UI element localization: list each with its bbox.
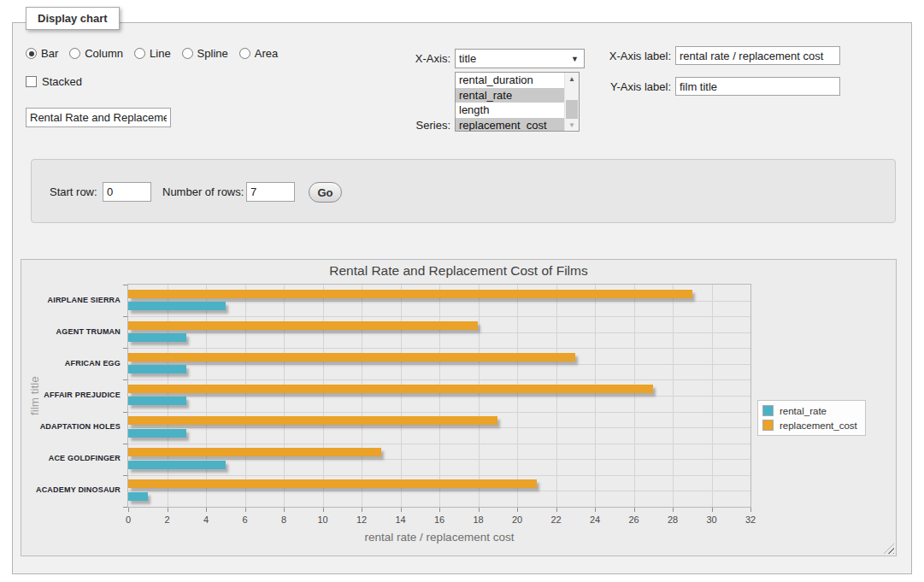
y-tick-mark	[123, 412, 127, 413]
x-tick-label: 4	[203, 514, 209, 525]
legend-row: replacement_cost	[762, 420, 857, 431]
legend-label: replacement_cost	[780, 420, 857, 431]
y-tick-mark	[123, 444, 127, 444]
x-tick-mark	[712, 508, 713, 512]
x-tick-label: 32	[745, 514, 756, 525]
scroll-up-icon[interactable]: ▲	[565, 73, 579, 85]
gridline-y	[128, 348, 750, 349]
row-range-panel	[31, 159, 896, 223]
bar-replacement_cost	[128, 385, 653, 393]
gridline-y	[128, 379, 750, 380]
bar-rental_rate	[128, 397, 186, 405]
number-of-rows-label: Number of rows:	[162, 185, 248, 198]
x-tick-label: 2	[164, 514, 169, 525]
chart-container: Rental Rate and Replacement Cost of Film…	[21, 259, 897, 556]
gridline-y	[128, 396, 750, 397]
gridline-y	[128, 427, 750, 428]
radio-icon[interactable]	[239, 48, 250, 59]
series-listbox[interactable]: rental_durationrental_ratelengthreplacem…	[455, 72, 580, 132]
x-tick-label: 10	[317, 514, 327, 525]
x-tick-mark	[362, 508, 362, 512]
x-tick-mark	[634, 508, 635, 512]
series-option-replacement_cost[interactable]: replacement_cost	[456, 118, 579, 132]
scroll-down-icon[interactable]: ▼	[565, 119, 579, 131]
gridline-y	[128, 332, 750, 333]
start-row-label: Start row:	[50, 185, 101, 198]
gridline-y	[128, 412, 750, 413]
chevron-down-icon: ▼	[571, 55, 579, 63]
y-axis-label-input[interactable]	[675, 77, 840, 96]
x-tick-mark	[206, 508, 207, 512]
x-tick-mark	[401, 508, 402, 512]
y-tick-mark	[123, 379, 127, 380]
scrollbar-thumb[interactable]	[566, 100, 578, 119]
x-tick-mark	[323, 508, 324, 512]
x-tick-label: 14	[395, 514, 405, 525]
y-tick-mark	[123, 507, 127, 508]
chart-type-radio-column[interactable]: Column	[69, 47, 123, 60]
category-label: ACADEMY DINOSAUR	[21, 485, 121, 494]
radio-icon[interactable]	[134, 48, 145, 59]
bar-replacement_cost	[128, 353, 575, 362]
gridline-y	[128, 316, 750, 317]
radio-label: Bar	[41, 47, 58, 60]
category-label: AIRPLANE SIERRA	[21, 296, 121, 304]
page: Display chart BarColumnLineSplineArea St…	[0, 0, 924, 582]
category-label: ADAPTATION HOLES	[21, 422, 121, 431]
gridline-y	[128, 491, 750, 491]
chart-plot-area	[127, 284, 751, 508]
x-tick-mark	[128, 508, 129, 512]
x-tick-label: 26	[628, 514, 639, 525]
legend-label: rental_rate	[780, 406, 827, 416]
go-button[interactable]: Go	[309, 182, 342, 203]
x-tick-label: 28	[668, 514, 678, 525]
chart-title: Rental Rate and Replacement Cost of Film…	[21, 263, 896, 279]
chart-type-radio-spline[interactable]: Spline	[182, 47, 228, 60]
radio-label: Area	[255, 47, 278, 60]
series-scrollbar[interactable]: ▲ ▼	[564, 73, 579, 131]
chart-title-input[interactable]	[26, 108, 171, 127]
x-axis-label-input[interactable]	[675, 46, 840, 65]
x-tick-mark	[245, 508, 246, 512]
stacked-checkbox[interactable]	[26, 76, 37, 87]
bar-replacement_cost	[128, 416, 497, 425]
radio-label: Spline	[197, 47, 228, 60]
y-tick-mark	[123, 348, 127, 349]
y-tick-mark	[123, 475, 127, 476]
resize-handle-icon[interactable]	[884, 544, 894, 554]
bar-rental_rate	[128, 461, 226, 469]
chart-xaxis-title: rental rate / replacement cost	[127, 531, 751, 544]
chart-type-radio-area[interactable]: Area	[239, 47, 278, 60]
number-of-rows-input[interactable]	[246, 182, 295, 202]
start-row-input[interactable]	[103, 182, 151, 202]
x-tick-label: 16	[434, 514, 444, 525]
x-tick-mark	[750, 508, 751, 512]
radio-icon[interactable]	[182, 48, 193, 59]
x-tick-mark	[439, 508, 440, 512]
bar-replacement_cost	[128, 479, 537, 488]
x-tick-label: 12	[356, 514, 367, 525]
radio-label: Line	[150, 47, 171, 60]
x-tick-mark	[595, 508, 596, 512]
x-tick-label: 6	[242, 514, 247, 525]
legend-row: rental_rate	[762, 405, 857, 416]
x-tick-mark	[556, 508, 557, 512]
category-label: AFFAIR PREJUDICE	[21, 391, 121, 399]
stacked-checkbox-item[interactable]: Stacked	[26, 75, 82, 88]
y-tick-mark	[123, 285, 127, 285]
x-tick-label: 0	[126, 514, 131, 525]
chart-legend: rental_ratereplacement_cost	[757, 400, 866, 436]
radio-icon[interactable]	[69, 48, 80, 59]
radio-icon[interactable]	[26, 48, 37, 59]
chart-type-radio-bar[interactable]: Bar	[26, 47, 58, 60]
series-option-length[interactable]: length	[456, 103, 579, 118]
x-tick-label: 20	[512, 514, 522, 525]
bar-rental_rate	[128, 429, 186, 438]
series-option-rental_duration[interactable]: rental_duration	[456, 73, 579, 88]
y-tick-mark	[123, 316, 127, 317]
series-option-rental_rate[interactable]: rental_rate	[456, 88, 579, 103]
x-tick-label: 24	[590, 514, 600, 525]
gridline-y	[128, 444, 750, 444]
x-axis-select[interactable]: title ▼	[455, 49, 585, 68]
chart-type-radio-line[interactable]: Line	[134, 47, 171, 60]
